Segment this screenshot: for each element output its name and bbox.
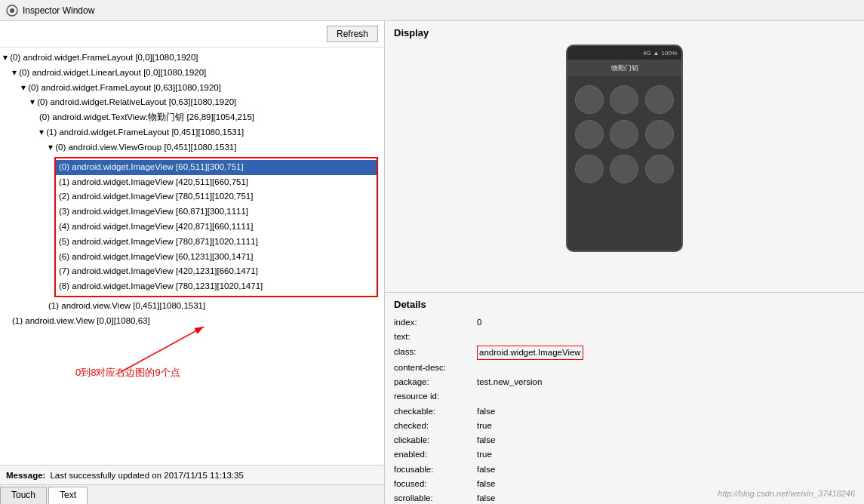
detail-key: scrollable: [394,492,477,504]
tree-item-label: (7) android.widget.ImageView [420,1231][… [59,266,258,275]
tree-item-label: (4) android.widget.ImageView [420,871][6… [59,222,253,231]
status-4g: 4G [643,50,651,57]
refresh-button[interactable]: Refresh [327,26,378,42]
phone-app-title: 物勤门钥 [611,63,638,73]
detail-value-package: test.new_version [477,376,542,389]
title-bar: Inspector Window [0,0,864,21]
detail-key: focusable: [394,463,477,476]
tree-item-label: (8) android.widget.ImageView [780,1231][… [59,281,263,290]
detail-row-checkable: checkable: false [394,405,855,418]
detail-key: resource id: [394,390,477,403]
detail-key: class: [394,346,477,360]
watermark: http://blog.csdn.net/weixin_37418246 [718,489,855,498]
tree-item[interactable]: ▾ (0) android.widget.FrameLayout [0,63][… [0,81,384,96]
tree-item-label: (3) android.widget.ImageView [60,871][30… [59,207,248,216]
detail-row-clickable: clickable: false [394,434,855,447]
phone-circle-6 [575,155,604,183]
detail-key: focused: [394,478,477,490]
detail-key: content-desc: [394,361,477,374]
tree-item-label: (2) android.widget.ImageView [780,511][1… [59,192,253,201]
tree-item[interactable]: (1) android.view.View [0,0][1080,63] [0,314,384,329]
detail-value-focusable: false [477,463,495,476]
tree-item-label: ▾ (0) android.widget.LinearLayout [0,0][… [12,68,206,77]
detail-row-checked: checked: true [394,419,855,432]
tree-item[interactable]: ▾ (1) android.widget.FrameLayout [0,451]… [0,125,384,140]
inspector-icon [6,5,18,17]
tree-item[interactable]: (6) android.widget.ImageView [60,1231][3… [56,250,377,265]
tree-item-label: (0) android.widget.ImageView [60,511][30… [59,162,244,171]
tree-item-label: ▾ (0) android.view.ViewGroup [0,451][108… [48,143,236,152]
tree-item-label: (6) android.widget.ImageView [60,1231][3… [59,252,253,261]
phone-circle-1 [610,85,638,114]
detail-row-class: class: android.widget.ImageView [394,346,855,360]
tab-bar: Touch Text [0,484,384,504]
tree-item-label: ▾ (1) android.widget.FrameLayout [0,451]… [39,128,244,137]
detail-key: clickable: [394,434,477,447]
phone-mockup: 4G ▲ 100% 物勤门钥 [566,45,683,252]
phone-content [567,76,681,250]
phone-circle-7 [610,155,638,183]
tree-item-label: ▾ (0) android.widget.FrameLayout [0,63][… [21,83,221,92]
phone-circle-3 [575,120,604,149]
phone-mockup-container: 4G ▲ 100% 物勤门钥 [394,45,855,252]
tree-item-label: (1) android.view.View [0,451][1080,1531] [48,301,205,310]
tree-item[interactable]: ▾ (0) android.view.ViewGroup [0,451][108… [0,140,384,155]
phone-circle-4 [610,120,638,149]
tree-item[interactable]: (2) android.widget.ImageView [780,511][1… [56,189,377,204]
tree-item[interactable]: (3) android.widget.ImageView [60,871][30… [56,204,377,220]
detail-value-enabled: true [477,448,492,461]
left-panel: Refresh ▾ (0) android.widget.FrameLayout… [0,21,385,504]
tree-item[interactable]: (5) android.widget.ImageView [780,871][1… [56,235,377,250]
phone-title-bar: 物勤门钥 [567,60,681,76]
phone-circle-0 [575,85,604,114]
detail-row-package: package: test.new_version [394,376,855,389]
message-label: Message: [6,471,45,480]
detail-key: enabled: [394,448,477,461]
tree-item-label: (1) android.widget.ImageView [420,511][6… [59,177,248,186]
detail-value-index: 0 [477,316,481,329]
tree-item[interactable]: (1) android.view.View [0,451][1080,1531] [0,299,384,314]
message-bar: Message: Last successfully updated on 20… [0,465,384,484]
status-signal: ▲ [653,50,660,57]
detail-row-index: index: 0 [394,316,855,329]
tree-item[interactable]: (4) android.widget.ImageView [420,871][6… [56,220,377,235]
detail-value-clickable: false [477,434,495,447]
tree-item[interactable]: (7) android.widget.ImageView [420,1231][… [56,264,377,279]
status-battery: 100% [662,50,677,57]
tree-item[interactable]: ▾ (0) android.widget.FrameLayout [0,0][1… [0,51,384,66]
detail-row-text: text: [394,330,855,343]
tree-area[interactable]: ▾ (0) android.widget.FrameLayout [0,0][1… [0,48,384,465]
detail-value-checkable: false [477,405,495,418]
detail-value-checked: true [477,419,492,432]
detail-value-focused: false [477,478,495,490]
detail-row-focusable: focusable: false [394,463,855,476]
phone-circle-5 [645,120,674,149]
annotation-text: 0到8对应右边图的9个点 [75,366,180,380]
display-title: Display [394,27,855,38]
right-panel: Display 4G ▲ 100% 物勤门钥 [385,21,864,504]
tree-item[interactable]: (0) android.widget.TextView:物勤门钥 [26,89]… [0,110,384,125]
tree-item[interactable]: ▾ (0) android.widget.LinearLayout [0,0][… [0,66,384,81]
tree-item[interactable]: (1) android.widget.ImageView [420,511][6… [56,175,377,190]
red-box-group: (0) android.widget.ImageView [60,511][30… [54,157,378,297]
phone-circle-8 [645,155,674,183]
tab-text[interactable]: Text [48,487,88,504]
detail-row-enabled: enabled: true [394,448,855,461]
tree-item-label: (0) android.widget.TextView:物勤门钥 [26,89]… [39,112,254,121]
tree-item-label: (1) android.view.View [0,0][1080,63] [12,316,150,325]
tree-item[interactable]: ▾ (0) android.widget.RelativeLayout [0,6… [0,95,384,110]
detail-key: text: [394,330,477,343]
tree-item-label: ▾ (0) android.widget.RelativeLayout [0,6… [30,97,236,106]
svg-point-1 [10,8,14,13]
svg-line-3 [121,327,204,372]
details-section: Details index: 0 text: class: android.wi… [385,293,864,504]
detail-key: package: [394,376,477,389]
main-container: Refresh ▾ (0) android.widget.FrameLayout… [0,21,864,504]
tree-item[interactable]: (8) android.widget.ImageView [780,1231][… [56,279,377,294]
detail-key: checked: [394,419,477,432]
tree-item-selected[interactable]: (0) android.widget.ImageView [60,511][30… [56,160,377,175]
message-text: Last successfully updated on 2017/11/15 … [50,471,243,480]
tree-item-label: (5) android.widget.ImageView [780,871][1… [59,237,258,246]
detail-value-class: android.widget.ImageView [477,346,583,360]
tab-touch[interactable]: Touch [0,487,47,504]
